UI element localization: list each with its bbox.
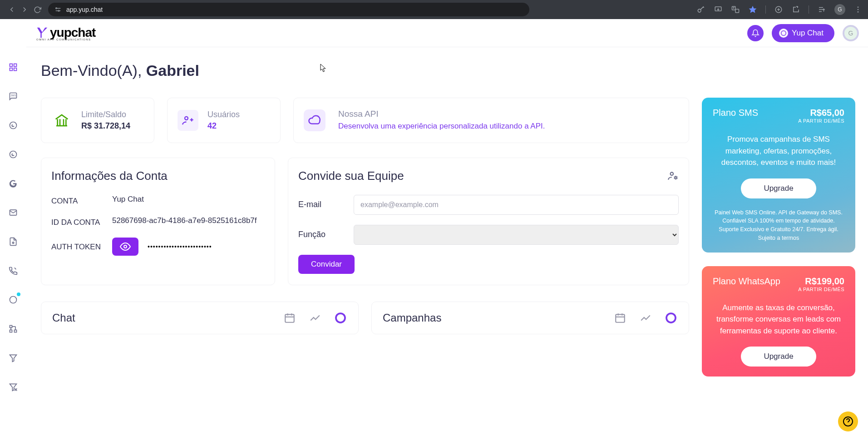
chat-donut-chart-icon[interactable]: [334, 311, 347, 325]
promo-wa-price: R$199,00: [798, 276, 844, 287]
extensions-icon[interactable]: [791, 5, 800, 14]
account-conta-label: CONTA: [51, 195, 112, 207]
sidebar-documents-icon[interactable]: [7, 235, 20, 248]
svg-point-22: [858, 9, 859, 10]
svg-point-17: [797, 6, 798, 7]
role-label: Função: [298, 230, 354, 239]
site-settings-icon[interactable]: [54, 6, 62, 13]
welcome-prefix: Bem-Vindo(A),: [41, 62, 146, 79]
reveal-token-button[interactable]: [112, 238, 138, 256]
svg-point-49: [671, 173, 674, 176]
svg-point-50: [675, 177, 676, 178]
promo-wa-price-sub: A PARTIR DE/MÊS: [798, 287, 844, 292]
account-info-title: Informações da Conta: [51, 169, 265, 183]
svg-point-48: [124, 245, 127, 248]
chat-chart-card: Chat: [41, 302, 359, 334]
promo-sms-body: Promova campanhas de SMS marketing, ofer…: [713, 134, 844, 168]
sidebar-email-icon[interactable]: [7, 206, 20, 219]
translate-icon[interactable]: [731, 5, 740, 14]
notification-dot: [17, 292, 20, 296]
browser-forward-button[interactable]: [18, 3, 31, 16]
sidebar-voice-icon[interactable]: [7, 264, 20, 277]
svg-point-55: [336, 313, 345, 322]
app-logo[interactable]: yupchat OMNI APP COMMUNICATIONS: [35, 25, 95, 41]
chat-line-chart-icon[interactable]: [308, 311, 322, 325]
sidebar-google-icon[interactable]: [7, 177, 20, 190]
svg-point-21: [858, 6, 859, 8]
svg-rect-24: [10, 64, 13, 67]
svg-line-7: [700, 6, 704, 10]
promo-whatsapp-card: Plano WhatsApp R$199,00 A PARTIR DE/MÊS …: [702, 266, 855, 377]
svg-rect-51: [285, 314, 294, 322]
browser-address-bar[interactable]: app.yup.chat: [48, 3, 529, 16]
svg-rect-26: [14, 68, 17, 71]
campaigns-chart-title: Campanhas: [383, 312, 441, 324]
invite-team-card: Convide sua Equipe E-mail Função: [288, 158, 689, 285]
promo-wa-body: Aumente as taxas de conversão, transform…: [713, 302, 844, 337]
svg-point-45: [185, 117, 188, 120]
sidebar-flow-icon[interactable]: [7, 322, 20, 335]
email-input[interactable]: [354, 195, 679, 215]
api-title: Nossa API: [338, 109, 545, 119]
chat-chart-title: Chat: [52, 312, 75, 324]
sidebar-filter-icon[interactable]: [7, 352, 20, 364]
promo-wa-upgrade-button[interactable]: Upgrade: [741, 347, 816, 367]
account-token-label: AUTH TOKEN: [51, 241, 112, 253]
sidebar-sms-icon[interactable]: SMS: [7, 90, 20, 103]
sidebar-whatsapp-icon[interactable]: [7, 119, 20, 132]
balance-label: Limite/Saldo: [81, 110, 130, 119]
campaigns-calendar-icon[interactable]: [613, 311, 627, 325]
password-key-icon[interactable]: [696, 5, 705, 14]
api-description: Desenvolva uma experiência personalizada…: [338, 121, 545, 132]
install-app-icon[interactable]: [714, 5, 723, 14]
media-control-icon[interactable]: [817, 5, 826, 14]
chrome-divider: [765, 5, 766, 14]
sidebar-filter-remove-icon[interactable]: [7, 381, 20, 393]
sidebar-chat-icon[interactable]: [7, 293, 20, 306]
promo-sms-card: Plano SMS R$65,00 A PARTIR DE/MÊS Promov…: [702, 98, 855, 253]
help-fab-button[interactable]: [838, 411, 858, 431]
svg-line-8: [703, 7, 704, 8]
role-select[interactable]: [354, 225, 679, 245]
svg-text:SMS: SMS: [11, 94, 16, 97]
url-text: app.yup.chat: [66, 6, 103, 13]
svg-point-6: [698, 9, 701, 12]
api-card[interactable]: Nossa API Desenvolva uma experiência per…: [293, 98, 689, 143]
promo-sms-price-sub: A PARTIR DE/MÊS: [798, 118, 844, 124]
notifications-bell-button[interactable]: [747, 25, 764, 41]
logo-text: yupchat: [50, 25, 95, 40]
account-info-card: Informações da Conta CONTA Yup Chat ID D…: [41, 158, 275, 285]
avatar-letter: G: [848, 30, 853, 37]
svg-point-29: [10, 122, 17, 129]
app-topbar: yupchat OMNI APP COMMUNICATIONS Yup Chat…: [26, 19, 868, 47]
workspace-selector-pill[interactable]: Yup Chat: [772, 24, 834, 42]
sidebar-whatsapp-web-icon[interactable]: [7, 148, 20, 161]
browser-menu-icon[interactable]: [853, 5, 863, 14]
chat-calendar-icon[interactable]: [283, 311, 296, 325]
browser-back-button[interactable]: [5, 3, 18, 16]
users-value: 42: [207, 121, 240, 131]
browser-reload-button[interactable]: [31, 3, 44, 16]
user-avatar[interactable]: G: [843, 25, 859, 41]
promo-sms-upgrade-button[interactable]: Upgrade: [741, 178, 816, 198]
sidebar-dashboard-icon[interactable]: [7, 61, 20, 74]
campaigns-donut-chart-icon[interactable]: [664, 311, 678, 325]
team-settings-icon[interactable]: [667, 170, 679, 182]
svg-point-30: [10, 151, 17, 158]
promo-sms-name: Plano SMS: [713, 108, 758, 118]
svg-point-1: [58, 10, 59, 11]
welcome-heading: Bem-Vindo(A), Gabriel: [41, 62, 855, 79]
invite-button[interactable]: Convidar: [298, 255, 355, 274]
svg-rect-34: [10, 326, 12, 328]
svg-marker-40: [10, 355, 17, 362]
new-tab-plus-icon[interactable]: [774, 5, 783, 14]
browser-profile-avatar[interactable]: G: [834, 4, 845, 15]
svg-marker-13: [749, 6, 757, 13]
campaigns-line-chart-icon[interactable]: [639, 311, 652, 325]
bookmark-star-icon[interactable]: [748, 5, 757, 14]
chrome-divider: [809, 5, 809, 14]
users-label: Usuários: [207, 110, 240, 119]
balance-value: R$ 31.728,14: [81, 121, 130, 131]
logo-subtitle: OMNI APP COMMUNICATIONS: [36, 38, 95, 41]
account-conta-value: Yup Chat: [112, 195, 144, 207]
